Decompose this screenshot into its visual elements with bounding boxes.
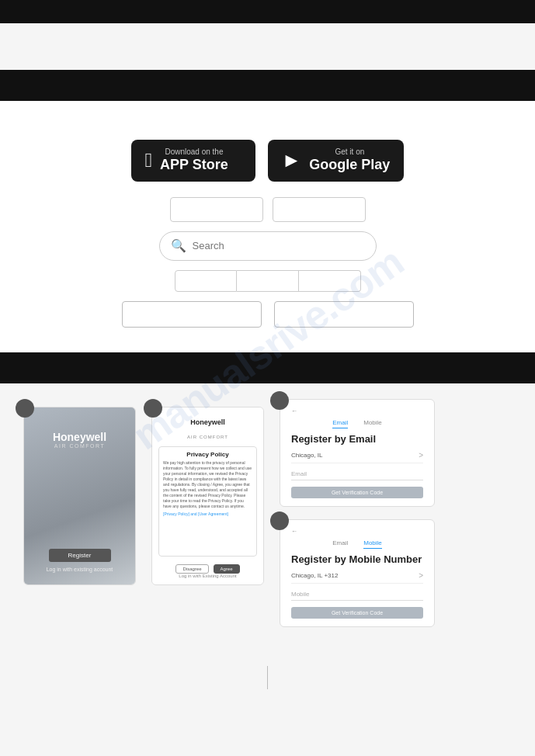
screenshot-group-2: Honeywell AIR COMFORT Privacy Policy We … (151, 407, 264, 585)
main-content:  Download on the APP Store ► Get it on … (0, 101, 535, 352)
register-mobile-wrapper: ← Email Mobile Register by Mobile Number… (280, 519, 512, 627)
register-email-location[interactable]: Chicago, IL > (291, 451, 423, 463)
register-mobile-card: ← Email Mobile Register by Mobile Number… (280, 519, 435, 627)
privacy-policy-box: Privacy Policy We pay high attention to … (158, 446, 257, 557)
tab-3[interactable] (299, 270, 361, 292)
honeywell-logo-2: Honeywell AIR COMFORT (158, 414, 257, 442)
large-input-row (62, 301, 473, 328)
screenshot-card-1: Honeywell AIR COMFORT Register Log in wi… (23, 407, 136, 585)
register-mobile-title: Register by Mobile Number (291, 553, 423, 565)
step-dot-2 (144, 399, 162, 418)
privacy-buttons: Disagree Agree (158, 564, 257, 574)
bottom-line-container (0, 650, 535, 697)
small-input-1[interactable] (170, 197, 263, 222)
google-play-text: Get it on Google Play (309, 147, 390, 174)
app-store-button[interactable]:  Download on the APP Store (131, 140, 255, 182)
app-store-text: Download on the APP Store (160, 147, 228, 174)
register-email-wrapper: ← Email Mobile Register by Email Chicago… (280, 399, 512, 507)
search-bar[interactable]: 🔍 (159, 231, 377, 261)
screenshot-group-1: Honeywell AIR COMFORT Register Log in wi… (23, 407, 136, 585)
step-dot-3 (270, 391, 289, 410)
get-verification-code-button-mobile[interactable]: Get Verification Code (291, 607, 423, 619)
card1-background: Honeywell AIR COMFORT Register Log in wi… (24, 407, 135, 584)
step-dot-4 (270, 512, 289, 530)
apple-icon:  (145, 148, 153, 172)
large-input-left[interactable] (122, 301, 262, 328)
register-email-title: Register by Email (291, 433, 423, 445)
tab-email-active[interactable]: Email (332, 418, 348, 428)
store-buttons-row:  Download on the APP Store ► Get it on … (62, 140, 473, 182)
search-bar-container: 🔍 (62, 231, 473, 261)
card2-login-link[interactable]: Log in with Existing Account (158, 574, 257, 578)
google-play-button[interactable]: ► Get it on Google Play (268, 140, 405, 182)
vertical-divider (267, 666, 268, 689)
small-input-2[interactable] (273, 197, 366, 222)
disagree-button[interactable]: Disagree (175, 564, 208, 574)
get-verification-code-button-email[interactable]: Get Verification Code (291, 487, 423, 498)
back-arrow-mobile[interactable]: ← (291, 528, 423, 535)
small-input-row (62, 197, 473, 222)
tab-1[interactable] (175, 270, 237, 292)
register-email-tabs: Email Mobile (291, 418, 423, 428)
back-arrow[interactable]: ← (291, 407, 423, 414)
tab-mobile-active[interactable]: Mobile (363, 538, 382, 549)
search-icon: 🔍 (171, 238, 186, 253)
card2-background: Honeywell AIR COMFORT Privacy Policy We … (152, 407, 263, 584)
tab-2[interactable] (237, 270, 299, 292)
gap-top (0, 23, 535, 47)
screenshots-section: Honeywell AIR COMFORT Register Log in wi… (0, 383, 535, 650)
bottom-bar (0, 352, 535, 383)
tab-email-inactive-mobile[interactable]: Email (332, 538, 348, 549)
register-mobile-location[interactable]: Chicago, IL +312 > (291, 571, 423, 584)
large-input-right[interactable] (274, 301, 414, 328)
location-arrow: > (419, 451, 423, 459)
register-mobile-tabs: Email Mobile (291, 538, 423, 549)
honeywell-logo-1: Honeywell AIR COMFORT (53, 431, 106, 449)
register-email-card: ← Email Mobile Register by Email Chicago… (280, 399, 435, 507)
privacy-links[interactable]: [Privacy Policy] and [User Agreement] (163, 512, 252, 516)
card1-register-button[interactable]: Register (49, 549, 111, 562)
step-dot-1 (16, 399, 34, 418)
privacy-title: Privacy Policy (163, 451, 252, 458)
email-input-placeholder[interactable]: Email (291, 468, 423, 480)
second-bar (0, 70, 535, 101)
right-cards: ← Email Mobile Register by Email Chicago… (280, 399, 512, 627)
mobile-input-placeholder[interactable]: Mobile (291, 588, 423, 601)
location-arrow-mobile: > (419, 571, 423, 580)
tab-mobile-inactive[interactable]: Mobile (363, 418, 382, 428)
play-icon: ► (282, 148, 302, 172)
tab-row (62, 270, 473, 292)
search-input[interactable] (193, 240, 365, 251)
agree-button[interactable]: Agree (214, 564, 240, 574)
top-bar (0, 0, 535, 23)
page-wrapper: manualsrive.com  Download on the APP St… (0, 0, 535, 697)
privacy-text: We pay high attention to the privacy of … (163, 460, 252, 509)
screenshot-card-2: Honeywell AIR COMFORT Privacy Policy We … (151, 407, 264, 585)
card1-login-link[interactable]: Log in with existing account (47, 567, 113, 572)
